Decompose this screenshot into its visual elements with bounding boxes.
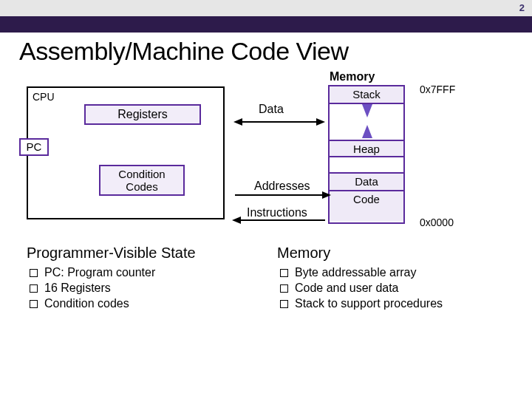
slide-content: Assembly/Machine Code View Memory CPU Re…	[0, 33, 532, 399]
data-bus-label: Data	[259, 103, 284, 116]
pc-box: PC	[19, 138, 49, 156]
memory-heading: Memory	[277, 245, 513, 262]
registers-box: Registers	[84, 104, 201, 125]
programmer-visible-state-column: Programmer-Visible State PC: Program cou…	[27, 245, 277, 313]
list-item: Stack to support procedures	[277, 297, 513, 310]
cpu-label: CPU	[33, 91, 55, 103]
memory-title: Memory	[330, 70, 375, 83]
slide-number-bar: 2	[0, 0, 532, 16]
memory-data: Data	[330, 174, 403, 191]
memory-code: Code	[330, 191, 403, 221]
accent-bar	[0, 16, 532, 33]
page-number: 2	[519, 2, 525, 13]
addresses-bus-label: Addresses	[254, 180, 310, 193]
addresses-arrow-right-icon	[322, 191, 331, 199]
data-arrow-right-icon	[316, 118, 325, 126]
condition-codes-box: Condition Codes	[99, 165, 185, 196]
cpu-box: CPU Registers PC Condition Codes	[27, 86, 225, 219]
memory-list: Byte addressable array Code and user dat…	[277, 266, 513, 310]
list-item: Code and user data	[277, 282, 513, 295]
instructions-arrow-line-icon	[239, 219, 325, 221]
data-arrow-line-icon	[241, 121, 318, 123]
list-item: 16 Registers	[27, 282, 277, 295]
diagram-stage: Memory CPU Registers PC Condition Codes …	[19, 70, 513, 242]
list-item: Condition codes	[27, 297, 277, 310]
bottom-columns: Programmer-Visible State PC: Program cou…	[19, 245, 513, 313]
instructions-bus-label: Instructions	[247, 206, 307, 219]
addresses-arrow-line-icon	[235, 194, 324, 196]
memory-column-text: Memory Byte addressable array Code and u…	[277, 245, 513, 313]
list-item: Byte addressable array	[277, 266, 513, 279]
memory-gap-lower	[330, 157, 403, 174]
instructions-arrow-left-icon	[232, 216, 241, 224]
address-high-label: 0x7FFF	[420, 83, 455, 95]
pvs-list: PC: Program counter 16 Registers Conditi…	[27, 266, 277, 310]
heap-growth-arrow-icon	[362, 125, 372, 138]
memory-heap: Heap	[330, 140, 403, 157]
address-low-label: 0x0000	[420, 216, 454, 228]
slide-title: Assembly/Machine Code View	[19, 37, 513, 66]
memory-stack: Stack	[330, 86, 403, 104]
pvs-heading: Programmer-Visible State	[27, 245, 277, 262]
list-item: PC: Program counter	[27, 266, 277, 279]
stack-growth-arrow-icon	[362, 104, 372, 117]
